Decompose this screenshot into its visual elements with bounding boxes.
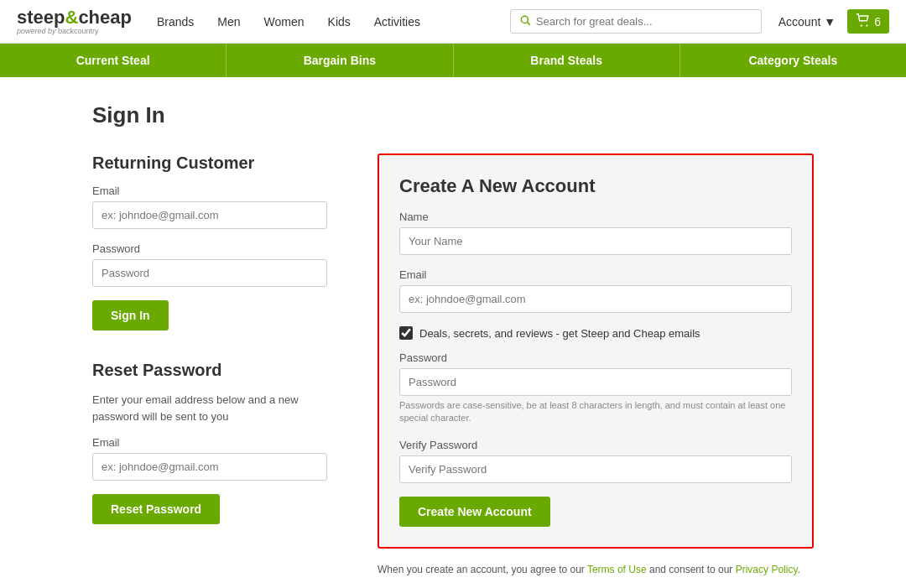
nav-activities[interactable]: Activities [374, 15, 420, 29]
returning-password-label: Password [92, 242, 327, 255]
returning-email-label: Email [92, 185, 327, 197]
nav-kids[interactable]: Kids [328, 15, 351, 29]
left-column: Returning Customer Email Password Sign I… [92, 154, 327, 524]
new-email-label: Email [399, 268, 792, 281]
right-column: Create A New Account Name Email Deals, s… [378, 154, 814, 588]
subnav-category-steals[interactable]: Category Steals [680, 44, 906, 77]
sub-nav: Current Steal Bargain Bins Brand Steals … [0, 44, 906, 77]
terms-text: When you create an account, you agree to… [378, 562, 814, 577]
subnav-brand-steals[interactable]: Brand Steals [454, 44, 680, 77]
reset-password-desc: Enter your email address below and a new… [92, 392, 327, 424]
logo-text: steep&cheap [17, 8, 132, 27]
signin-button[interactable]: Sign In [92, 300, 169, 330]
new-name-input[interactable] [399, 227, 792, 255]
create-account-button[interactable]: Create New Account [399, 497, 550, 527]
returning-email-group: Email [92, 185, 327, 229]
new-name-group: Name [399, 211, 792, 255]
new-verify-password-group: Verify Password [399, 439, 792, 483]
new-account-title: Create A New Account [399, 175, 792, 197]
new-verify-password-label: Verify Password [399, 439, 792, 451]
svg-point-3 [866, 24, 867, 26]
returning-customer-section: Returning Customer Email Password Sign I… [92, 154, 327, 330]
new-email-group: Email [399, 268, 792, 313]
returning-password-group: Password [92, 242, 327, 287]
nav-links: Brands Men Women Kids Activities [157, 15, 510, 29]
new-email-input[interactable] [399, 285, 792, 313]
logo[interactable]: steep&cheap powered by backcountry [17, 8, 132, 35]
returning-customer-title: Returning Customer [92, 154, 327, 173]
account-button[interactable]: Account ▼ [778, 15, 836, 29]
nav-men[interactable]: Men [217, 15, 240, 29]
email-optin-label: Deals, secrets, and reviews - get Steep … [419, 327, 700, 340]
email-optin-checkbox[interactable] [399, 326, 413, 340]
reset-email-input[interactable] [92, 453, 327, 481]
cart-icon [856, 13, 871, 29]
returning-password-input[interactable] [92, 259, 327, 287]
reset-password-title: Reset Password [92, 361, 327, 380]
search-icon [519, 14, 531, 29]
returning-email-input[interactable] [92, 201, 327, 229]
svg-line-1 [527, 23, 529, 25]
page-title: Sign In [92, 102, 814, 128]
subnav-bargain-bins[interactable]: Bargain Bins [226, 44, 453, 77]
top-nav: steep&cheap powered by backcountry Brand… [0, 0, 906, 44]
chevron-down-icon: ▼ [824, 15, 836, 29]
nav-right: Account ▼ 6 [778, 9, 889, 34]
terms-of-use-link[interactable]: Terms of Use [587, 564, 647, 575]
svg-point-2 [861, 24, 862, 26]
reset-email-group: Email [92, 436, 327, 481]
privacy-policy-link[interactable]: Privacy Policy [736, 564, 798, 575]
reset-password-section: Reset Password Enter your email address … [92, 361, 327, 524]
subnav-current-steal[interactable]: Current Steal [0, 44, 226, 77]
new-password-input[interactable] [399, 368, 792, 396]
search-bar[interactable] [510, 9, 762, 34]
svg-point-0 [521, 16, 528, 23]
account-label: Account [778, 15, 821, 29]
cart-count: 6 [874, 15, 881, 29]
password-hint: Passwords are case-sensitive, be at leas… [399, 399, 792, 425]
content-columns: Returning Customer Email Password Sign I… [92, 154, 814, 588]
reset-password-button[interactable]: Reset Password [92, 494, 220, 524]
new-account-box: Create A New Account Name Email Deals, s… [378, 154, 814, 549]
main-content: Sign In Returning Customer Email Passwor… [76, 77, 830, 588]
new-password-label: Password [399, 351, 792, 364]
new-password-group: Password Passwords are case-sensitive, b… [399, 351, 792, 425]
nav-brands[interactable]: Brands [157, 15, 194, 29]
new-verify-password-input[interactable] [399, 455, 792, 483]
search-input[interactable] [536, 15, 752, 28]
new-name-label: Name [399, 211, 792, 223]
logo-sub: powered by backcountry [17, 27, 132, 35]
reset-email-label: Email [92, 436, 327, 449]
cart-button[interactable]: 6 [847, 9, 889, 34]
email-optin-row: Deals, secrets, and reviews - get Steep … [399, 326, 792, 340]
nav-women[interactable]: Women [264, 15, 305, 29]
